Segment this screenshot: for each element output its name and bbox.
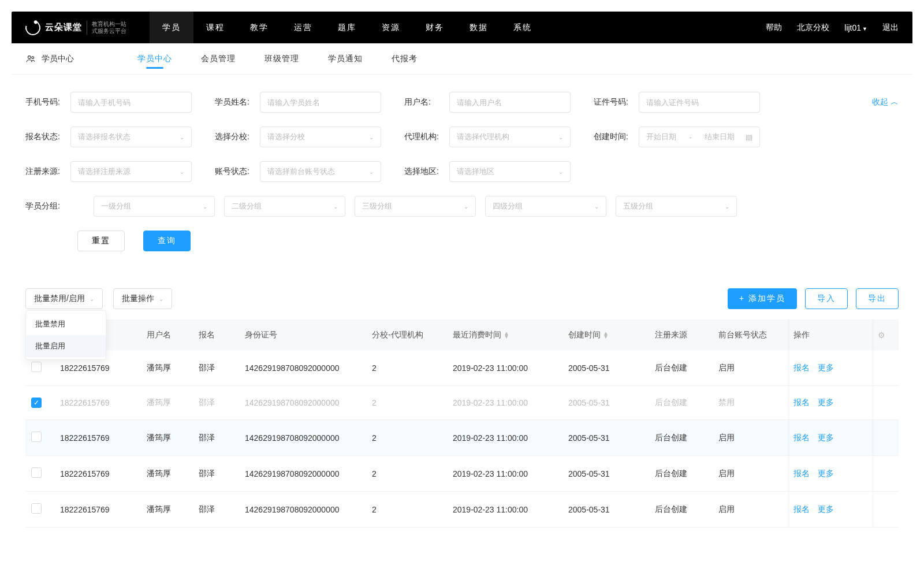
chevron-down-icon: ⌄ [369,134,374,140]
cell: 禁用 [713,386,788,420]
subnav-item-0[interactable]: 学员中心 [137,44,172,73]
help-link[interactable]: 帮助 [766,23,782,33]
nav-item-4[interactable]: 题库 [325,12,369,43]
collapse-toggle[interactable]: 收起︿ [872,97,899,107]
batch-ops-dropdown[interactable]: 批量操作⌄ [113,288,172,309]
cell: 2019-02-23 11:00:00 [447,492,562,528]
caret-down-icon: ▼ [862,26,867,32]
row-checkbox[interactable] [31,467,42,478]
signup-status-select[interactable]: 请选择报名状态⌄ [70,127,192,147]
group-level-5-select[interactable]: 五级分组⌄ [616,196,737,217]
nav-item-5[interactable]: 资源 [369,12,413,43]
cell: 启用 [713,350,788,386]
cell [872,456,899,492]
reset-button[interactable]: 重置 [77,231,125,251]
username-input[interactable] [449,92,571,113]
filter-panel: 手机号码: 学员姓名: 用户名: 证件号码: 收起︿ 报名状态:请选择报名状态⌄… [12,75,912,271]
sort-icon[interactable]: ▲▼ [603,332,609,339]
subnav-item-4[interactable]: 代报考 [392,44,418,73]
row-checkbox[interactable]: ✓ [31,398,42,408]
row-more-link[interactable]: 更多 [818,363,834,372]
batch-toggle-dropdown[interactable]: 批量禁用/启用⌄ [25,288,103,309]
row-signup-link[interactable]: 报名 [793,469,810,478]
group-level-2-select[interactable]: 二级分组⌄ [224,196,345,217]
batch-menu-option-0[interactable]: 批量禁用 [26,313,106,335]
nav-item-0[interactable]: 学员 [150,12,193,43]
user-icon [25,54,36,64]
name-input[interactable] [260,92,381,113]
phone-label: 手机号码: [25,97,70,107]
cell: 142629198708092000000 [239,386,366,420]
nav-item-6[interactable]: 财务 [413,12,457,43]
row-more-link[interactable]: 更多 [818,398,834,407]
row-more-link[interactable]: 更多 [818,504,834,514]
cell: 启用 [713,420,788,456]
col-header-2: 用户名 [141,320,193,350]
idno-input[interactable] [639,92,760,113]
cell [25,492,54,528]
col-header-11: ⚙ [872,320,899,350]
nav-item-3[interactable]: 运营 [281,12,325,43]
row-signup-link[interactable]: 报名 [793,433,810,442]
col-header-8: 注册来源 [649,320,713,350]
user-menu[interactable]: lijt01▼ [844,23,867,32]
gear-icon[interactable]: ⚙ [878,330,885,340]
sub-nav: 学员中心会员管理班级管理学员通知代报考 [137,44,418,73]
batch-menu-option-1[interactable]: 批量启用 [26,335,106,357]
subnav-item-2[interactable]: 班级管理 [264,44,299,73]
regsrc-select[interactable]: 请选择注册来源⌄ [70,161,192,182]
row-signup-link[interactable]: 报名 [793,398,810,407]
brand-name: 云朵课堂 [45,22,82,33]
subnav-item-3[interactable]: 学员通知 [328,44,363,73]
chevron-up-icon: ︿ [891,97,899,107]
nav-item-8[interactable]: 系统 [501,12,545,43]
cell: 18222615769 [54,456,141,492]
topbar: 云朵课堂 教育机构一站 式服务云平台 学员课程教学运营题库资源财务数据系统 帮助… [12,12,912,43]
col-header-4: 身份证号 [239,320,366,350]
group-level-3-select[interactable]: 三级分组⌄ [355,196,476,217]
nav-item-1[interactable]: 课程 [193,12,237,43]
row-checkbox[interactable] [31,432,42,442]
cell: 潘筠厚 [141,420,193,456]
branch-select[interactable]: 请选择分校⌄ [260,127,381,147]
row-more-link[interactable]: 更多 [818,469,834,478]
subnav-item-1[interactable]: 会员管理 [201,44,236,73]
created-daterange[interactable]: 开始日期 - 结束日期▤ [639,127,760,147]
cell: 2005-05-31 [562,350,649,386]
acctstatus-select[interactable]: 请选择前台账号状态⌄ [260,161,381,182]
row-signup-link[interactable]: 报名 [793,504,810,514]
nav-item-7[interactable]: 数据 [457,12,501,43]
col-header-9: 前台账号状态 [713,320,788,350]
cell: 18222615769 [54,420,141,456]
agent-select[interactable]: 请选择代理机构⌄ [449,127,571,147]
cell: 2019-02-23 11:00:00 [447,420,562,456]
row-signup-link[interactable]: 报名 [793,363,810,372]
add-student-button[interactable]: + 添加学员 [728,288,797,309]
chevron-down-icon: ⌄ [594,203,599,210]
sort-icon[interactable]: ▲▼ [504,332,509,339]
group-level-1-select[interactable]: 一级分组⌄ [94,196,215,217]
import-button[interactable]: 导入 [805,288,848,309]
branch-link[interactable]: 北京分校 [797,23,829,33]
group-level-4-select[interactable]: 四级分组⌄ [485,196,606,217]
cell: 2005-05-31 [562,420,649,456]
chevron-down-icon: ⌄ [558,169,563,175]
chevron-down-icon: ⌄ [180,169,184,175]
row-checkbox[interactable] [31,503,42,514]
col-header-3: 报名 [193,320,239,350]
nav-item-2[interactable]: 教学 [237,12,281,43]
cell: 2 [366,386,447,420]
logout-link[interactable]: 退出 [882,23,899,33]
search-button[interactable]: 查询 [143,231,191,251]
acctstatus-label: 账号状态: [215,166,260,177]
cell: 报名更多 [788,420,872,456]
row-checkbox[interactable] [31,362,42,372]
cell: 后台创建 [649,492,713,528]
row-more-link[interactable]: 更多 [818,433,834,442]
idno-label: 证件号码: [594,97,639,107]
table-row: 18222615769潘筠厚邵泽142629198708092000000220… [25,350,899,386]
phone-input[interactable] [70,92,192,113]
area-select[interactable]: 请选择地区⌄ [449,161,571,182]
cell: 后台创建 [649,350,713,386]
export-button[interactable]: 导出 [856,288,899,309]
